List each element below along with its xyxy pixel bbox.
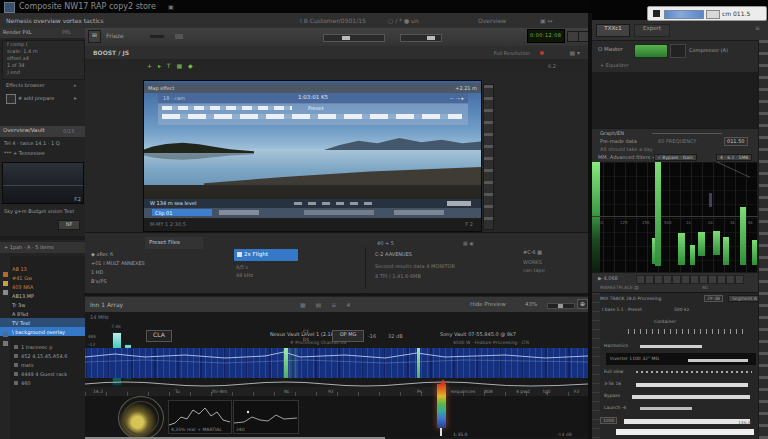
tree-row[interactable]: AB 13 <box>0 264 85 273</box>
sidebar-overview-header[interactable]: Overview/Vault 0/13 <box>0 126 85 137</box>
tree-row[interactable]: 403 N6A <box>0 282 85 291</box>
toolbar-slider-1[interactable] <box>323 34 385 42</box>
mini-square-button[interactable] <box>663 275 672 284</box>
timeline-ruler[interactable]: 14.2Tu2hr-8mNL92Pssequences8084 pwdtg0F2 <box>85 387 588 396</box>
scrubber-segment-3[interactable] <box>304 210 374 215</box>
queue-header-icons[interactable]: ▦ ◉ <box>463 240 474 247</box>
mini-square-button[interactable] <box>681 275 690 284</box>
toolbar-dash-1[interactable] <box>150 35 164 38</box>
tree-row[interactable]: \ background overlay <box>0 327 85 336</box>
master-label[interactable]: O Master <box>598 46 623 53</box>
setting-label[interactable]: Container <box>654 319 676 324</box>
slider-handle[interactable] <box>342 36 350 40</box>
queue-side-1[interactable]: #C-6 ▦ <box>523 249 542 256</box>
analyzer-row-2[interactable]: Pre-made data <box>600 138 637 145</box>
queue-item[interactable]: +01 I MULT ANNEXES <box>91 260 231 269</box>
setting-label[interactable]: Inverter 1100 32° MG <box>610 356 659 361</box>
mini-square-button[interactable] <box>654 275 663 284</box>
mini-square-button[interactable] <box>735 275 744 284</box>
meta-button[interactable]: 4 · 6.1 · 5MB <box>716 154 752 161</box>
analyzer-value[interactable]: 011.50 <box>724 137 748 146</box>
tree-row[interactable]: 1 traceeec p <box>0 342 85 351</box>
chevron-right-icon[interactable]: ▸ <box>74 82 77 89</box>
tree-row[interactable]: 4449 4 Guest rack <box>0 369 85 378</box>
queue-side-3[interactable]: can tape <box>523 267 545 274</box>
opmg-button[interactable]: OP MG <box>332 330 364 342</box>
setting-label[interactable]: 1000 <box>600 417 617 424</box>
sidebar-tools-row[interactable]: + 1pxh · A · 5 items <box>0 242 85 253</box>
mini-square-button[interactable] <box>636 275 645 284</box>
tree-row[interactable]: 460 <box>0 378 85 387</box>
queue-selected-item[interactable]: 2x Flight <box>234 249 298 261</box>
viewer-zoom-value[interactable]: 6.2 <box>548 63 556 70</box>
setting-label[interactable]: MIX TRACK 28.0 Processing <box>600 296 661 301</box>
setting-slider[interactable] <box>632 395 750 399</box>
tab-expert[interactable]: Expert <box>634 24 670 37</box>
nf-button[interactable]: NF <box>58 220 80 230</box>
setting-label[interactable]: Full view <box>604 369 624 374</box>
tree-row[interactable]: mats <box>0 360 85 369</box>
setting-label[interactable]: 500 kz <box>674 307 689 312</box>
scrubber-selected-segment[interactable]: Clip 01 <box>152 209 212 216</box>
search-option-box[interactable] <box>706 10 720 19</box>
search-value[interactable]: cm 011.5 <box>722 10 750 18</box>
waveform-band[interactable] <box>85 348 588 378</box>
slider-handle[interactable] <box>558 304 563 308</box>
setting-label[interactable]: I bass 5.1 · Preset <box>602 307 642 312</box>
setting-slider[interactable] <box>624 419 750 424</box>
timeline-tool-icons[interactable]: ▦ ▤ ≡ # <box>300 301 355 309</box>
timeline-marker[interactable] <box>417 348 420 378</box>
mute-button[interactable] <box>670 44 686 58</box>
tree-row[interactable]: A 8%d <box>0 309 85 318</box>
timeline-add-button[interactable]: ⊕ <box>577 299 588 309</box>
sidebar-row-2[interactable]: *** + Tennessee <box>4 150 45 157</box>
sidebar-row-1[interactable]: Tel 4 · twice 14.1 · 1 Q <box>4 140 60 147</box>
tree-row[interactable]: TV Text <box>0 318 85 327</box>
slider-handle[interactable] <box>427 36 435 40</box>
tree-row[interactable]: AB13.MP <box>0 291 85 300</box>
menubar-tool-icons[interactable]: ○ / * ● un <box>388 17 419 25</box>
scrubber-segment-4[interactable] <box>394 210 444 215</box>
viewer-resolution-label[interactable]: Full Resolution <box>494 50 530 57</box>
power-button[interactable] <box>634 44 668 58</box>
expand-arrow-icon[interactable]: ▸ <box>74 94 77 102</box>
canvas-scrubber[interactable]: Clip 01 <box>144 208 481 218</box>
tree-row[interactable]: Tr 3w <box>0 300 85 309</box>
setting-slider[interactable] <box>636 383 748 387</box>
sidebar-sky-row[interactable]: Sky g+m Budget vision Text <box>4 208 74 215</box>
search-box[interactable]: cm 011.5 <box>647 6 767 21</box>
tree-row[interactable]: #41 Gw <box>0 273 85 282</box>
marketplace-label[interactable]: MARKETPLACE ▤ <box>600 285 639 290</box>
viewer-side-toolbar[interactable] <box>483 84 494 230</box>
analyzer-row-1[interactable]: Graph/EN <box>600 130 624 137</box>
mini-square-button[interactable] <box>672 275 681 284</box>
add-box-icon[interactable] <box>6 94 16 104</box>
queue-item[interactable]: B'x/PS <box>91 278 231 287</box>
mini-square-button[interactable] <box>726 275 735 284</box>
breadcrumb[interactable]: Nemesis overview vortex tactics <box>6 17 104 25</box>
compressor-label[interactable]: Compressor (A) <box>689 47 728 54</box>
cla-badge[interactable]: CLA <box>146 330 172 342</box>
mini-square-button[interactable] <box>645 275 654 284</box>
analyzer-row-4[interactable]: MM. Advanced filters + <box>598 154 656 161</box>
channel-d1-checkbox[interactable]: D1 <box>303 337 309 342</box>
toolbar-swatch[interactable] <box>175 34 183 39</box>
queue-tab[interactable]: Preset Files <box>145 237 203 249</box>
path-label[interactable]: I B Customer/0501/15 <box>300 17 366 25</box>
timeline-zoom-slider[interactable] <box>547 303 575 309</box>
setting-slider[interactable] <box>640 407 692 410</box>
setting-label[interactable]: Harmonics <box>604 343 628 348</box>
analyzer-row-3[interactable]: Alt should take a day <box>600 146 653 153</box>
bypass-gain-button[interactable]: √ Bypass · Gain <box>654 154 697 161</box>
mini-square-button[interactable] <box>708 275 717 284</box>
clip-thumbnail[interactable]: F.2 <box>2 162 84 204</box>
viewer-canvas[interactable]: Map effect +2.21 m 18 · cam 1:03:01 K5 ⌐… <box>143 80 482 232</box>
setting-slider[interactable] <box>616 429 754 435</box>
tab-menu-icon[interactable]: ≡ <box>755 24 760 32</box>
equalizer-label[interactable]: + Equalizer <box>600 62 629 69</box>
timeline-marker[interactable] <box>284 348 288 378</box>
view-label[interactable]: Overview <box>478 17 506 25</box>
grid-icon[interactable]: ⊞ <box>88 30 101 43</box>
scrubber-segment-2[interactable] <box>219 210 259 215</box>
setting-slider[interactable] <box>636 371 752 373</box>
